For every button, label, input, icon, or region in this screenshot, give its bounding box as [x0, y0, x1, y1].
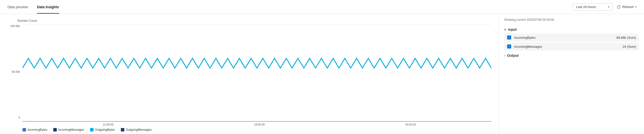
input-section-header[interactable]: ∨ Input [504, 26, 639, 34]
chart-legend: IncomingBytes IncomingMessages OutgoingB… [23, 128, 491, 132]
x-axis-value-3: 00:00:00 [405, 123, 416, 126]
legend-label-outgoing-messages: OutgoingMessages [126, 128, 152, 132]
metric-row-incoming-bytes[interactable]: ✓ IncomingBytes 68.88k (Sum) [504, 34, 639, 42]
top-right-controls: Last 24 hours ▾ Refresh ▾ [573, 3, 636, 10]
right-panel: Showing current 2023/07/08 05:40:00 ∨ In… [499, 14, 644, 134]
main-content: Number Count 100.00k 50.00k 0 12: [0, 14, 644, 134]
y-axis-value-bottom: 0 [19, 116, 20, 119]
legend-color-incoming-bytes [23, 128, 26, 132]
incoming-bytes-name: IncomingBytes [514, 36, 613, 40]
refresh-icon [617, 5, 621, 9]
time-range-chevron-icon: ▾ [608, 6, 609, 8]
output-chevron-right-icon: › [504, 54, 505, 57]
legend-color-outgoing-messages [121, 128, 124, 132]
chart-lines [23, 24, 491, 122]
tab-data-preview[interactable]: Data preview [8, 0, 28, 14]
legend-color-outgoing-bytes [90, 128, 94, 132]
output-section-header[interactable]: › Output [504, 52, 639, 60]
chart-line-svg [23, 24, 491, 121]
incoming-messages-name: IncomingMessages [514, 45, 620, 48]
incoming-messages-checkbox[interactable]: ✓ [507, 44, 511, 48]
legend-label-outgoing-bytes: OutgoingBytes [95, 128, 115, 132]
legend-item-incoming-messages: IncomingMessages [53, 128, 84, 132]
y-axis-label: Number Count [18, 19, 491, 22]
y-axis: 100.00k 50.00k 0 [8, 24, 23, 126]
x-axis-value-1: 12:00:00 [103, 123, 114, 126]
legend-item-outgoing-messages: OutgoingMessages [121, 128, 152, 132]
incoming-messages-value: 24 (Sum) [623, 45, 636, 48]
legend-item-incoming-bytes: IncomingBytes [23, 128, 47, 132]
x-axis: 12:00:00 18:00:00 00:00:00 [23, 122, 491, 126]
chart-plot: 12:00:00 18:00:00 00:00:00 [23, 24, 491, 126]
legend-label-incoming-bytes: IncomingBytes [28, 128, 47, 132]
top-bar: Data preview Data insights Last 24 hours… [0, 0, 644, 14]
incoming-bytes-value: 68.88k (Sum) [616, 36, 636, 40]
refresh-button[interactable]: Refresh ▾ [617, 5, 636, 9]
y-axis-value-top: 100.00k [10, 24, 20, 28]
legend-label-incoming-messages: IncomingMessages [58, 128, 84, 132]
showing-current-text: Showing current 2023/07/08 05:40:00 [504, 18, 639, 22]
legend-color-incoming-messages [53, 128, 57, 132]
x-axis-value-2: 18:00:00 [254, 123, 265, 126]
tab-data-insights[interactable]: Data insights [37, 0, 59, 14]
chart-area: Number Count 100.00k 50.00k 0 12: [0, 14, 499, 134]
time-range-select[interactable]: Last 24 hours ▾ [573, 3, 613, 10]
metric-row-incoming-messages[interactable]: ✓ IncomingMessages 24 (Sum) [504, 42, 639, 50]
chart-container: 100.00k 50.00k 0 12:00:00 18:00:00 [8, 24, 491, 126]
y-axis-value-mid: 50.00k [12, 70, 20, 73]
legend-item-outgoing-bytes: OutgoingBytes [90, 128, 115, 132]
incoming-bytes-checkbox[interactable]: ✓ [507, 36, 511, 40]
input-chevron-down-icon: ∨ [504, 28, 506, 31]
output-section-label: Output [507, 54, 519, 58]
tabs: Data preview Data insights [8, 0, 59, 14]
input-section-label: Input [508, 28, 517, 32]
refresh-chevron-icon: ▾ [635, 6, 636, 8]
